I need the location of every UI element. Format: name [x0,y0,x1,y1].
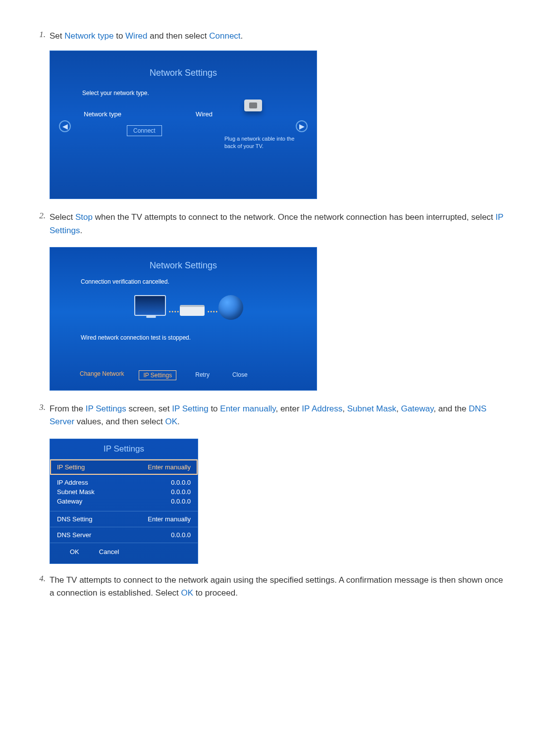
row-dns-setting[interactable]: DNS Setting Enter manually [50,511,198,527]
panel-b-buttons: Change Network IP Settings Retry Close [80,370,252,380]
cancel-button[interactable]: Cancel [99,548,119,555]
gateway-label: Gateway [57,498,82,505]
chevron-right-icon[interactable]: ▶ [296,120,308,132]
step-number: 2. [36,211,46,221]
change-network-button[interactable]: Change Network [80,370,124,380]
msg-cancelled: Connection verification cancelled. [81,278,169,285]
hl-stop: Stop [75,212,93,222]
ok-button[interactable]: OK [70,548,79,555]
panel-network-settings-type: Network Settings Select your network typ… [50,50,317,199]
router-icon [180,305,205,316]
panel-c-buttons: OK Cancel [50,543,198,563]
ip-setting-value: Enter manually [148,463,191,471]
connect-button[interactable]: Connect [127,125,162,136]
row-ip-address[interactable]: IP Address 0.0.0.0 [57,478,191,487]
dots-icon: •••• [208,309,218,314]
row-ip-setting[interactable]: IP Setting Enter manually [50,459,198,475]
dns-setting-value: Enter manually [148,515,191,523]
step-4-text: The TV attempts to connect to the networ… [50,574,505,600]
chevron-left-icon[interactable]: ◀ [59,120,71,132]
tv-icon [134,295,166,316]
globe-icon [218,295,243,320]
hl-ok: OK [181,588,194,598]
hl-wired: Wired [125,31,147,41]
dns-server-label: DNS Server [57,531,91,539]
row-network-type[interactable]: Network type Wired [84,110,213,118]
row-gateway[interactable]: Gateway 0.0.0.0 [57,497,191,506]
panel-b-title: Network Settings [50,248,317,271]
ip-setting-label: IP Setting [57,463,85,471]
step-1: 1. Set Network type to Wired and then se… [0,30,505,199]
step-number: 3. [36,403,46,412]
step-3: 3. From the IP Settings screen, set IP S… [0,403,505,564]
ip-address-label: IP Address [57,479,88,486]
network-type-value: Wired [196,110,213,118]
ip-fields-group: IP Address 0.0.0.0 Subnet Mask 0.0.0.0 G… [50,475,198,511]
step-2: 2. Select Stop when the TV attempts to c… [0,211,505,391]
connection-diagram: •••• •••• [134,292,243,327]
ip-address-value: 0.0.0.0 [171,479,191,486]
close-button[interactable]: Close [228,370,252,380]
panel-c-title: IP Settings [50,439,198,459]
row-dns-server[interactable]: DNS Server 0.0.0.0 [50,527,198,543]
ethernet-port-icon [244,100,262,111]
step-2-text: Select Stop when the TV attempts to conn… [50,211,505,237]
hint-text: Plug a network cable into the back of yo… [224,135,299,150]
ip-settings-button[interactable]: IP Settings [139,370,176,380]
panel-ip-settings: IP Settings IP Setting Enter manually IP… [50,439,198,564]
step-3-text: From the IP Settings screen, set IP Sett… [50,403,505,429]
hl-connect: Connect [209,31,240,41]
msg-stopped: Wired network connection test is stopped… [81,334,191,341]
panel-a-subtitle: Select your network type. [82,90,149,97]
subnet-mask-value: 0.0.0.0 [171,488,191,496]
panel-network-settings-cancelled: Network Settings Connection verification… [50,247,317,391]
dns-server-value: 0.0.0.0 [171,531,191,539]
step-4: 4. The TV attempts to connect to the net… [0,574,505,600]
step-1-text: Set Network type to Wired and then selec… [50,30,505,43]
network-type-label: Network type [84,110,121,118]
dots-icon: •••• [169,309,180,314]
step-number: 4. [36,574,46,584]
subnet-mask-label: Subnet Mask [57,488,95,496]
row-subnet-mask[interactable]: Subnet Mask 0.0.0.0 [57,487,191,497]
dns-setting-label: DNS Setting [57,515,93,523]
step-number: 1. [36,30,46,40]
hl-network-type: Network type [64,31,113,41]
retry-button[interactable]: Retry [191,370,214,380]
panel-a-title: Network Settings [50,51,317,78]
gateway-value: 0.0.0.0 [171,498,191,505]
